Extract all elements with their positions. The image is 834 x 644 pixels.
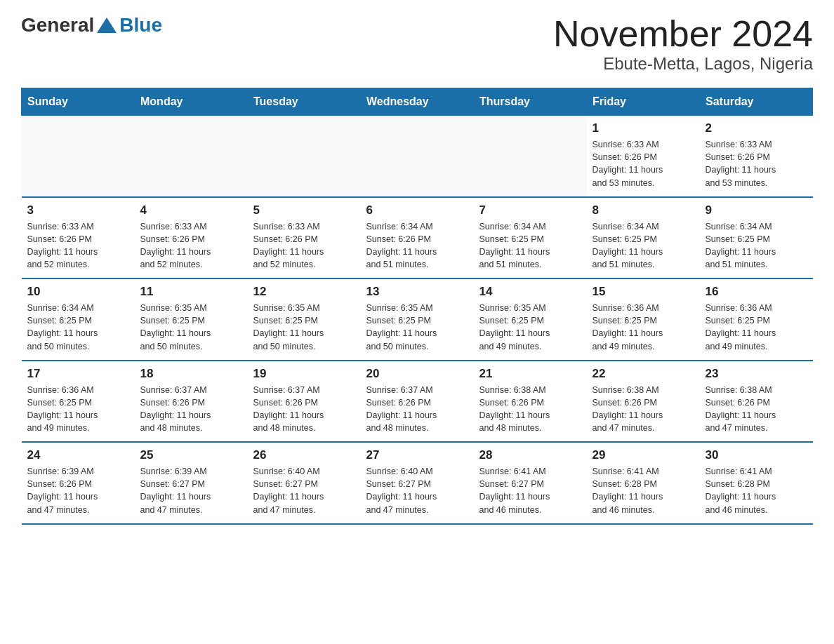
day-number: 8 xyxy=(593,203,694,217)
days-of-week-row: SundayMondayTuesdayWednesdayThursdayFrid… xyxy=(22,88,813,116)
day-number: 18 xyxy=(140,367,242,381)
calendar-day-cell: 2Sunrise: 6:33 AM Sunset: 6:26 PM Daylig… xyxy=(700,116,813,197)
day-sun-info: Sunrise: 6:37 AM Sunset: 6:26 PM Dayligh… xyxy=(140,384,242,435)
day-of-week-header: Friday xyxy=(587,88,700,116)
calendar-day-cell: 24Sunrise: 6:39 AM Sunset: 6:26 PM Dayli… xyxy=(22,442,135,524)
day-number: 28 xyxy=(479,448,581,462)
calendar-day-cell: 8Sunrise: 6:34 AM Sunset: 6:25 PM Daylig… xyxy=(587,197,700,279)
day-sun-info: Sunrise: 6:37 AM Sunset: 6:26 PM Dayligh… xyxy=(253,384,355,435)
day-number: 5 xyxy=(253,203,355,217)
day-number: 7 xyxy=(479,203,581,217)
day-sun-info: Sunrise: 6:41 AM Sunset: 6:28 PM Dayligh… xyxy=(593,465,694,516)
day-number: 19 xyxy=(253,367,355,381)
calendar-day-cell: 16Sunrise: 6:36 AM Sunset: 6:25 PM Dayli… xyxy=(700,279,813,361)
day-number: 1 xyxy=(593,121,694,135)
day-sun-info: Sunrise: 6:41 AM Sunset: 6:27 PM Dayligh… xyxy=(479,465,581,516)
calendar-week-row: 24Sunrise: 6:39 AM Sunset: 6:26 PM Dayli… xyxy=(22,442,813,524)
day-number: 22 xyxy=(593,367,694,381)
calendar-week-row: 1Sunrise: 6:33 AM Sunset: 6:26 PM Daylig… xyxy=(22,116,813,197)
calendar-week-row: 10Sunrise: 6:34 AM Sunset: 6:25 PM Dayli… xyxy=(22,279,813,361)
day-sun-info: Sunrise: 6:35 AM Sunset: 6:25 PM Dayligh… xyxy=(366,302,468,353)
day-sun-info: Sunrise: 6:34 AM Sunset: 6:25 PM Dayligh… xyxy=(479,220,581,271)
calendar-body: 1Sunrise: 6:33 AM Sunset: 6:26 PM Daylig… xyxy=(22,116,813,524)
day-sun-info: Sunrise: 6:35 AM Sunset: 6:25 PM Dayligh… xyxy=(253,302,355,353)
logo-general-text: General xyxy=(21,14,94,36)
day-of-week-header: Saturday xyxy=(700,88,813,116)
calendar-day-cell: 20Sunrise: 6:37 AM Sunset: 6:26 PM Dayli… xyxy=(361,361,474,443)
calendar-day-cell: 15Sunrise: 6:36 AM Sunset: 6:25 PM Dayli… xyxy=(587,279,700,361)
day-number: 9 xyxy=(706,203,807,217)
day-sun-info: Sunrise: 6:34 AM Sunset: 6:25 PM Dayligh… xyxy=(593,220,694,271)
calendar-day-cell: 14Sunrise: 6:35 AM Sunset: 6:25 PM Dayli… xyxy=(474,279,587,361)
page-header: General Blue November 2024 Ebute-Metta, … xyxy=(21,14,813,74)
day-sun-info: Sunrise: 6:34 AM Sunset: 6:26 PM Dayligh… xyxy=(366,220,468,271)
day-sun-info: Sunrise: 6:33 AM Sunset: 6:26 PM Dayligh… xyxy=(140,220,242,271)
calendar-day-cell: 29Sunrise: 6:41 AM Sunset: 6:28 PM Dayli… xyxy=(587,442,700,524)
calendar-day-cell: 7Sunrise: 6:34 AM Sunset: 6:25 PM Daylig… xyxy=(474,197,587,279)
calendar-week-row: 3Sunrise: 6:33 AM Sunset: 6:26 PM Daylig… xyxy=(22,197,813,279)
calendar-week-row: 17Sunrise: 6:36 AM Sunset: 6:25 PM Dayli… xyxy=(22,361,813,443)
calendar-day-cell: 22Sunrise: 6:38 AM Sunset: 6:26 PM Dayli… xyxy=(587,361,700,443)
calendar-day-cell: 4Sunrise: 6:33 AM Sunset: 6:26 PM Daylig… xyxy=(135,197,248,279)
day-of-week-header: Monday xyxy=(135,88,248,116)
day-sun-info: Sunrise: 6:36 AM Sunset: 6:25 PM Dayligh… xyxy=(706,302,807,353)
day-number: 30 xyxy=(706,448,807,462)
day-sun-info: Sunrise: 6:34 AM Sunset: 6:25 PM Dayligh… xyxy=(706,220,807,271)
day-number: 23 xyxy=(706,367,807,381)
day-number: 20 xyxy=(366,367,468,381)
calendar-day-cell xyxy=(248,116,361,197)
logo-triangle-icon xyxy=(97,18,117,33)
day-sun-info: Sunrise: 6:38 AM Sunset: 6:26 PM Dayligh… xyxy=(479,384,581,435)
calendar-header: SundayMondayTuesdayWednesdayThursdayFrid… xyxy=(22,88,813,116)
day-sun-info: Sunrise: 6:36 AM Sunset: 6:25 PM Dayligh… xyxy=(27,384,129,435)
day-sun-info: Sunrise: 6:38 AM Sunset: 6:26 PM Dayligh… xyxy=(706,384,807,435)
day-number: 2 xyxy=(706,121,807,135)
day-sun-info: Sunrise: 6:39 AM Sunset: 6:26 PM Dayligh… xyxy=(27,465,129,516)
day-sun-info: Sunrise: 6:39 AM Sunset: 6:27 PM Dayligh… xyxy=(140,465,242,516)
day-sun-info: Sunrise: 6:40 AM Sunset: 6:27 PM Dayligh… xyxy=(366,465,468,516)
day-number: 29 xyxy=(593,448,694,462)
calendar-day-cell xyxy=(361,116,474,197)
day-number: 26 xyxy=(253,448,355,462)
calendar-day-cell: 1Sunrise: 6:33 AM Sunset: 6:26 PM Daylig… xyxy=(587,116,700,197)
calendar-day-cell: 25Sunrise: 6:39 AM Sunset: 6:27 PM Dayli… xyxy=(135,442,248,524)
day-of-week-header: Wednesday xyxy=(361,88,474,116)
calendar-day-cell: 27Sunrise: 6:40 AM Sunset: 6:27 PM Dayli… xyxy=(361,442,474,524)
calendar-day-cell: 21Sunrise: 6:38 AM Sunset: 6:26 PM Dayli… xyxy=(474,361,587,443)
logo-blue-text: Blue xyxy=(119,14,162,36)
day-number: 24 xyxy=(27,448,129,462)
day-sun-info: Sunrise: 6:33 AM Sunset: 6:26 PM Dayligh… xyxy=(593,138,694,189)
calendar-day-cell xyxy=(22,116,135,197)
day-sun-info: Sunrise: 6:36 AM Sunset: 6:25 PM Dayligh… xyxy=(593,302,694,353)
day-number: 4 xyxy=(140,203,242,217)
calendar-day-cell: 30Sunrise: 6:41 AM Sunset: 6:28 PM Dayli… xyxy=(700,442,813,524)
day-sun-info: Sunrise: 6:33 AM Sunset: 6:26 PM Dayligh… xyxy=(253,220,355,271)
day-number: 10 xyxy=(27,285,129,299)
day-sun-info: Sunrise: 6:33 AM Sunset: 6:26 PM Dayligh… xyxy=(27,220,129,271)
day-number: 21 xyxy=(479,367,581,381)
day-sun-info: Sunrise: 6:38 AM Sunset: 6:26 PM Dayligh… xyxy=(593,384,694,435)
day-sun-info: Sunrise: 6:34 AM Sunset: 6:25 PM Dayligh… xyxy=(27,302,129,353)
day-of-week-header: Sunday xyxy=(22,88,135,116)
day-sun-info: Sunrise: 6:33 AM Sunset: 6:26 PM Dayligh… xyxy=(706,138,807,189)
calendar-day-cell: 9Sunrise: 6:34 AM Sunset: 6:25 PM Daylig… xyxy=(700,197,813,279)
month-year-title: November 2024 xyxy=(553,14,813,54)
calendar-day-cell: 6Sunrise: 6:34 AM Sunset: 6:26 PM Daylig… xyxy=(361,197,474,279)
day-number: 15 xyxy=(593,285,694,299)
day-number: 6 xyxy=(366,203,468,217)
calendar-day-cell: 10Sunrise: 6:34 AM Sunset: 6:25 PM Dayli… xyxy=(22,279,135,361)
day-sun-info: Sunrise: 6:35 AM Sunset: 6:25 PM Dayligh… xyxy=(479,302,581,353)
calendar-day-cell: 3Sunrise: 6:33 AM Sunset: 6:26 PM Daylig… xyxy=(22,197,135,279)
calendar-day-cell: 18Sunrise: 6:37 AM Sunset: 6:26 PM Dayli… xyxy=(135,361,248,443)
day-sun-info: Sunrise: 6:35 AM Sunset: 6:25 PM Dayligh… xyxy=(140,302,242,353)
day-number: 14 xyxy=(479,285,581,299)
day-number: 25 xyxy=(140,448,242,462)
location-subtitle: Ebute-Metta, Lagos, Nigeria xyxy=(553,54,813,74)
calendar-day-cell: 26Sunrise: 6:40 AM Sunset: 6:27 PM Dayli… xyxy=(248,442,361,524)
calendar-day-cell: 13Sunrise: 6:35 AM Sunset: 6:25 PM Dayli… xyxy=(361,279,474,361)
day-number: 27 xyxy=(366,448,468,462)
day-number: 11 xyxy=(140,285,242,299)
calendar-table: SundayMondayTuesdayWednesdayThursdayFrid… xyxy=(21,88,813,525)
day-number: 3 xyxy=(27,203,129,217)
calendar-day-cell: 23Sunrise: 6:38 AM Sunset: 6:26 PM Dayli… xyxy=(700,361,813,443)
